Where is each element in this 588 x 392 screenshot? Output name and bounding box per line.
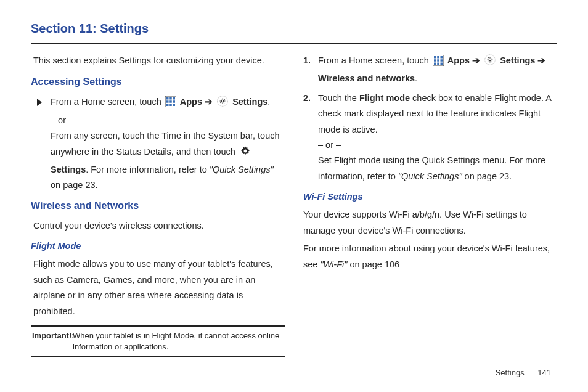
text: Touch the — [318, 93, 359, 103]
heading-wireless-networks: Wireless and Networks — [31, 197, 285, 214]
step-number: 2. — [303, 91, 318, 106]
settings-icon — [216, 95, 229, 112]
wifi-text: Your device supports Wi-Fi a/b/g/n. Use … — [303, 207, 557, 239]
important-note: Important!: When your tablet is in Fligh… — [31, 325, 285, 358]
bullet-item: From a Home screen, touch Apps ➔ Setting… — [37, 94, 285, 193]
step-1: 1. From a Home screen, touch Apps ➔ Sett… — [303, 53, 557, 87]
or-text: – or – — [318, 137, 557, 153]
apps-icon — [165, 96, 176, 112]
settings-label: Settings — [51, 165, 86, 174]
apps-icon — [433, 55, 444, 71]
section-title: Section 11: Settings — [31, 22, 557, 36]
wifi-ref-text: For more information about using your de… — [303, 241, 557, 272]
reference-link: "Quick Settings" — [398, 171, 465, 181]
text: From a Home screen, touch — [318, 55, 431, 65]
wireless-networks-label: Wireless and networks — [318, 73, 415, 83]
heading-flight-mode: Flight Mode — [31, 239, 285, 254]
page-footer: Settings 141 — [496, 368, 551, 377]
apps-label: Apps — [180, 97, 202, 107]
arrow-icon: ➔ — [205, 97, 215, 107]
step-body: From a Home screen, touch Apps ➔ Setting… — [318, 53, 557, 87]
left-column: This section explains Settings for custo… — [31, 53, 285, 357]
footer-page-number: 141 — [537, 368, 551, 377]
heading-wifi-settings: Wi-Fi Settings — [303, 189, 557, 205]
right-column: 1. From a Home screen, touch Apps ➔ Sett… — [303, 53, 557, 357]
heading-accessing-settings: Accessing Settings — [31, 73, 285, 91]
settings-label: Settings — [232, 97, 267, 107]
flight-mode-text: Flight mode allows you to use many of yo… — [33, 256, 285, 319]
step-2: 2. Touch the Flight mode check box to en… — [303, 91, 557, 184]
flight-mode-label: Flight mode — [359, 93, 410, 103]
settings-icon — [484, 54, 496, 71]
text: Set Flight mode using the Quick Settings… — [318, 153, 557, 184]
or-text: – or – — [51, 113, 285, 128]
title-rule — [31, 43, 557, 44]
bullet-body: From a Home screen, touch Apps ➔ Setting… — [51, 94, 285, 193]
step-number: 1. — [303, 53, 318, 68]
footer-section-label: Settings — [496, 368, 525, 377]
wireless-intro: Control your device's wireless connectio… — [33, 218, 285, 234]
content-columns: This section explains Settings for custo… — [31, 53, 557, 357]
note-body: When your tablet is in Flight Mode, it c… — [73, 330, 284, 353]
play-bullet-icon — [37, 99, 42, 106]
settings-gear-icon — [239, 145, 251, 162]
text: . — [267, 97, 270, 107]
text: From a Home screen, touch — [51, 97, 164, 107]
text: . — [415, 73, 417, 83]
note-label: Important!: — [32, 331, 75, 340]
step-body: Touch the Flight mode check box to enabl… — [318, 91, 557, 184]
text: on page 106 — [349, 259, 399, 269]
text: . For more information, refer to — [86, 165, 210, 174]
intro-text: This section explains Settings for custo… — [33, 53, 285, 68]
text: From any screen, touch the Time in the S… — [51, 128, 285, 194]
text: on page 23. — [51, 180, 98, 190]
reference-link: "Quick Settings" — [210, 165, 274, 174]
text: on page 23. — [465, 171, 512, 181]
settings-label: Settings — [500, 55, 535, 65]
apps-label: Apps — [447, 55, 470, 65]
arrow-icon: ➔ — [472, 55, 483, 65]
arrow-icon: ➔ — [537, 55, 545, 65]
reference-link: "Wi-Fi" — [320, 259, 349, 269]
